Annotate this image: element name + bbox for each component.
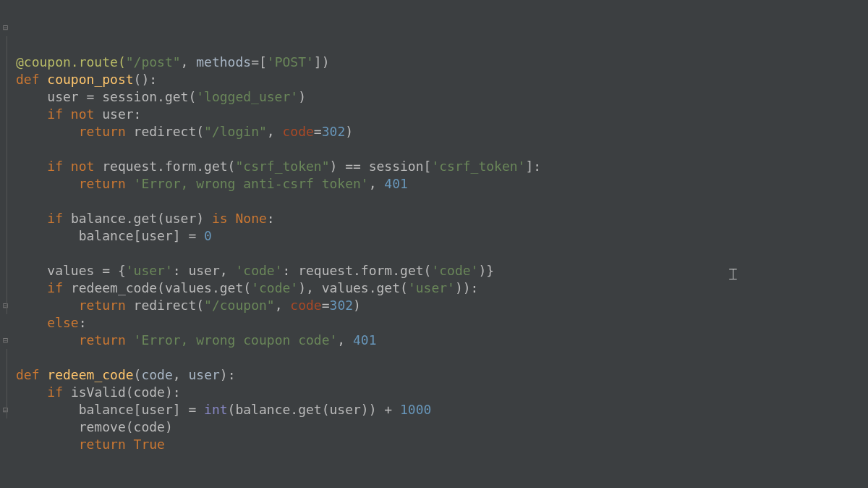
code-line[interactable]: return redirect("/login", code=302) bbox=[16, 123, 868, 140]
code-line[interactable]: def redeem_code(code, user): bbox=[16, 366, 868, 384]
code-line[interactable]: remove(code) bbox=[16, 418, 868, 436]
code-line[interactable]: values = {'user': user, 'code': request.… bbox=[16, 262, 868, 279]
code-line[interactable] bbox=[16, 140, 868, 158]
code-line[interactable]: return 'Error, wrong anti-csrf token', 4… bbox=[16, 175, 868, 193]
code-line[interactable]: if redeem_code(values.get('code'), value… bbox=[16, 279, 868, 297]
code-line[interactable]: balance[user] = 0 bbox=[16, 227, 868, 245]
code-line[interactable] bbox=[16, 349, 868, 366]
fold-toggle-icon[interactable]: ⊟ bbox=[3, 23, 12, 32]
text-cursor-icon: ⌶ bbox=[729, 265, 739, 279]
code-line[interactable]: user = session.get('logged_user') bbox=[16, 88, 868, 106]
code-line[interactable]: else: bbox=[16, 314, 868, 332]
code-editor[interactable]: ⊟⊟⊟⊟ ⌶ @coupon.route("/post", methods=['… bbox=[0, 0, 868, 488]
code-line[interactable]: if not user: bbox=[16, 106, 868, 123]
code-line[interactable]: @coupon.route("/post", methods=['POST']) bbox=[16, 54, 868, 71]
code-line[interactable]: return True bbox=[16, 436, 868, 453]
fold-toggle-icon[interactable]: ⊟ bbox=[3, 336, 12, 345]
code-area[interactable]: ⌶ @coupon.route("/post", methods=['POST'… bbox=[14, 0, 868, 488]
code-line[interactable]: if isValid(code): bbox=[16, 384, 868, 401]
fold-toggle-icon[interactable]: ⊟ bbox=[3, 301, 12, 310]
fold-guide bbox=[7, 36, 7, 314]
code-line[interactable]: def coupon_post(): bbox=[16, 71, 868, 88]
code-line[interactable]: if balance.get(user) is None: bbox=[16, 210, 868, 227]
code-line[interactable]: balance[user] = int(balance.get(user)) +… bbox=[16, 401, 868, 418]
gutter: ⊟⊟⊟⊟ bbox=[0, 0, 14, 488]
code-line[interactable]: if not request.form.get("csrf_token") ==… bbox=[16, 158, 868, 175]
fold-toggle-icon[interactable]: ⊟ bbox=[3, 405, 12, 414]
code-line[interactable]: return redirect("/coupon", code=302) bbox=[16, 297, 868, 314]
code-line[interactable] bbox=[16, 193, 868, 210]
fold-guide bbox=[7, 349, 7, 418]
code-line[interactable]: return 'Error, wrong coupon code', 401 bbox=[16, 332, 868, 349]
code-line[interactable] bbox=[16, 245, 868, 262]
